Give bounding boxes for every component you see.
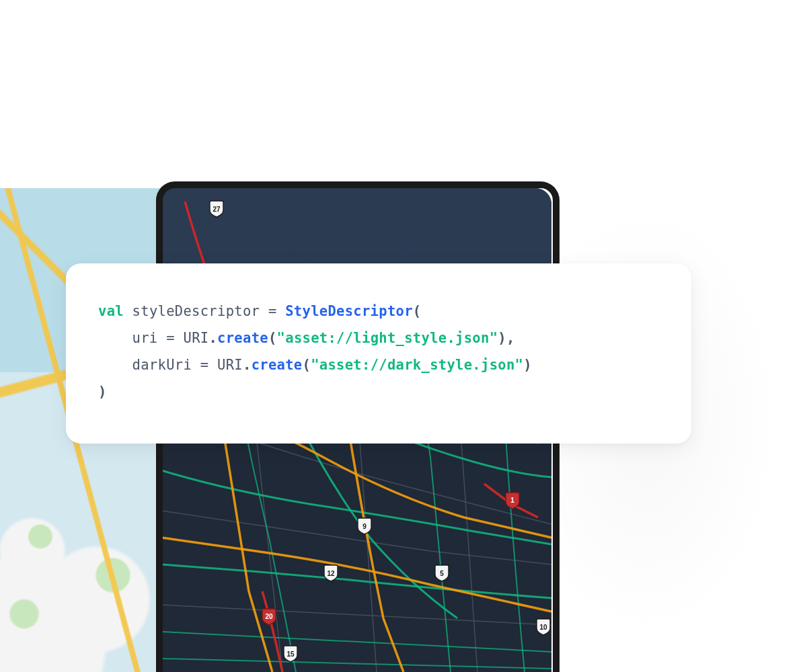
- route-shield-5: 5: [434, 564, 450, 582]
- code-snippet-card: val styleDescriptor = StyleDescriptor( u…: [66, 263, 691, 444]
- type-name: StyleDescriptor: [285, 303, 413, 319]
- code-line-2: uri = URI.create("asset://light_style.js…: [98, 325, 659, 352]
- code-line-1: val styleDescriptor = StyleDescriptor(: [98, 298, 659, 325]
- keyword-val: val: [98, 303, 124, 319]
- identifier: styleDescriptor: [132, 303, 260, 319]
- route-shield-9: 9: [356, 517, 373, 535]
- route-shield-27: 27: [208, 200, 225, 218]
- route-shield-15: 15: [282, 645, 299, 663]
- route-shield-10: 10: [535, 618, 551, 636]
- string-literal: "asset://light_style.json": [277, 330, 498, 346]
- string-literal: "asset://dark_style.json": [311, 357, 523, 373]
- code-line-4: ): [98, 379, 659, 406]
- route-shield-20: 20: [261, 608, 277, 626]
- route-shield-1: 1: [504, 492, 521, 509]
- code-line-3: darkUri = URI.create("asset://dark_style…: [98, 352, 659, 379]
- route-shield-12: 12: [323, 564, 339, 582]
